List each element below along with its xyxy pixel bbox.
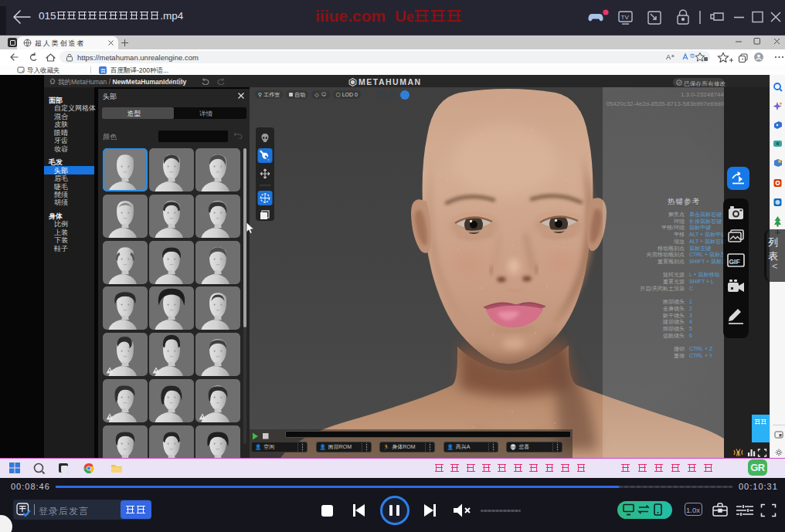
svg-text:TV: TV bbox=[621, 14, 630, 21]
svg-text:a: a bbox=[671, 53, 675, 58]
svg-text:A: A bbox=[666, 53, 671, 61]
svg-text:GIF: GIF bbox=[729, 258, 740, 266]
svg-text:METAHUMAN: METAHUMAN bbox=[359, 78, 422, 86]
